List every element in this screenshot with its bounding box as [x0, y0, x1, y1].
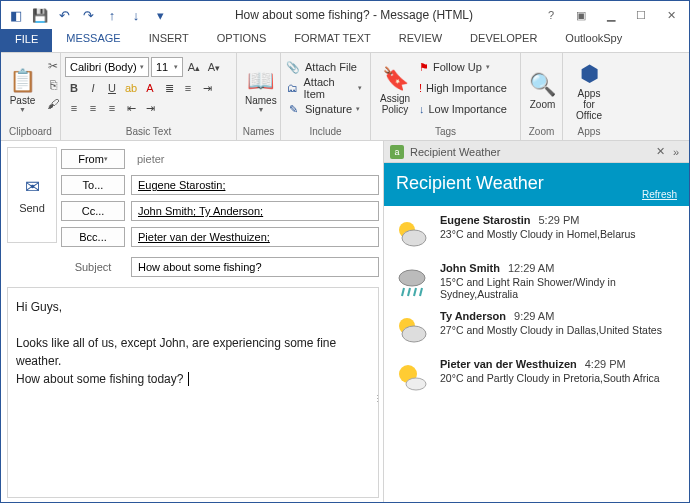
svg-point-10 — [406, 378, 426, 390]
send-button[interactable]: ✉ Send — [7, 147, 57, 243]
to-field[interactable]: Eugene Starostin; — [131, 175, 379, 195]
follow-up-button[interactable]: ⚑Follow Up▾ — [419, 57, 511, 77]
next-icon[interactable]: ↓ — [125, 4, 147, 26]
subject-label: Subject — [61, 261, 125, 273]
close-icon[interactable]: ✕ — [657, 4, 685, 26]
copy-icon[interactable]: ⎘ — [44, 76, 62, 94]
bold-icon[interactable]: B — [65, 79, 83, 97]
refresh-link[interactable]: Refresh — [642, 189, 677, 200]
maximize-icon[interactable]: ☐ — [627, 4, 655, 26]
rain-icon — [394, 264, 430, 300]
bcc-field[interactable]: Pieter van der Westhuizen; — [131, 227, 379, 247]
tab-insert[interactable]: INSERT — [135, 29, 203, 52]
window-title: How about some fishing? - Message (HTML) — [171, 8, 537, 22]
paste-label: Paste — [10, 95, 36, 106]
app-icon[interactable]: ◧ — [5, 4, 27, 26]
bcc-button[interactable]: Bcc... — [61, 227, 125, 247]
numbering-icon[interactable]: ≡ — [179, 79, 197, 97]
signature-button[interactable]: ✎Signature▾ — [285, 99, 366, 119]
tab-file[interactable]: FILE — [1, 29, 52, 52]
align-right-icon[interactable]: ≡ — [103, 99, 121, 117]
body-line: Looks like all of us, except John, are e… — [16, 334, 370, 370]
tab-options[interactable]: OPTIONS — [203, 29, 281, 52]
tab-format-text[interactable]: FORMAT TEXT — [280, 29, 384, 52]
redo-icon[interactable]: ↷ — [77, 4, 99, 26]
names-group-label: Names — [241, 125, 276, 138]
indent-icon[interactable]: ⇥ — [198, 79, 216, 97]
compose-area: ✉ Send From ▾ pieter To... Eugene Staros… — [1, 141, 383, 502]
svg-point-1 — [402, 230, 426, 246]
align-left-icon[interactable]: ≡ — [65, 99, 83, 117]
align-center-icon[interactable]: ≡ — [84, 99, 102, 117]
minimize-icon[interactable]: ▁ — [597, 4, 625, 26]
body-line: Hi Guys, — [16, 298, 370, 316]
message-body[interactable]: Hi Guys, Looks like all of us, except Jo… — [7, 287, 379, 498]
font-family-select[interactable]: Calibri (Body)▾ — [65, 57, 149, 77]
low-importance-button[interactable]: ↓Low Importance — [419, 99, 511, 119]
italic-icon[interactable]: I — [84, 79, 102, 97]
from-button[interactable]: From ▾ — [61, 149, 125, 169]
chevron-down-icon: ▼ — [19, 106, 26, 113]
apps-group-label: Apps — [567, 125, 611, 138]
high-importance-button[interactable]: !High Importance — [419, 78, 511, 98]
cc-button[interactable]: Cc... — [61, 201, 125, 221]
apps-for-office-button[interactable]: ⬢ Apps for Office — [567, 55, 611, 125]
panel-menu-icon[interactable]: » — [669, 146, 683, 158]
basic-text-group-label: Basic Text — [65, 125, 232, 138]
subject-field[interactable]: How about some fishing? — [131, 257, 379, 277]
bullets-icon[interactable]: ≣ — [160, 79, 178, 97]
highlight-icon[interactable]: ab — [122, 79, 140, 97]
send-icon: ✉ — [25, 176, 40, 198]
flag-icon: ⚑ — [419, 61, 429, 74]
paste-button[interactable]: 📋 Paste ▼ — [5, 55, 40, 125]
panel-title: Recipient Weather — [410, 146, 652, 158]
grow-font-icon[interactable]: A▴ — [185, 58, 203, 76]
attach-item-button[interactable]: 🗂Attach Item▾ — [285, 78, 366, 98]
names-button[interactable]: 📖 Names ▼ — [241, 55, 281, 125]
tab-developer[interactable]: DEVELOPER — [456, 29, 551, 52]
cut-icon[interactable]: ✂ — [44, 57, 62, 75]
attach-file-button[interactable]: 📎Attach File — [285, 57, 366, 77]
weather-item: John Smith12:29 AM15°C and Light Rain Sh… — [394, 262, 679, 300]
ribbon-toggle-icon[interactable]: ▣ — [567, 4, 595, 26]
font-size-select[interactable]: 11▾ — [151, 57, 183, 77]
partly-cloudy-icon — [394, 360, 430, 396]
underline-icon[interactable]: U — [103, 79, 121, 97]
paperclip-icon: 📎 — [285, 61, 301, 74]
undo-icon[interactable]: ↶ — [53, 4, 75, 26]
high-importance-icon: ! — [419, 82, 422, 94]
assign-policy-button[interactable]: 🔖 Assign Policy — [375, 55, 415, 125]
zoom-button[interactable]: 🔍 Zoom — [525, 55, 560, 125]
tab-outlookspy[interactable]: OutlookSpy — [551, 29, 636, 52]
panel-close-icon[interactable]: ✕ — [652, 145, 669, 158]
indent2-icon[interactable]: ⇥ — [141, 99, 159, 117]
clipboard-group-label: Clipboard — [5, 125, 56, 138]
shrink-font-icon[interactable]: A▾ — [205, 58, 223, 76]
include-group-label: Include — [285, 125, 366, 138]
format-painter-icon[interactable]: 🖌 — [44, 95, 62, 113]
cc-field[interactable]: John Smith; Ty Anderson; — [131, 201, 379, 221]
tab-review[interactable]: REVIEW — [385, 29, 456, 52]
to-button[interactable]: To... — [61, 175, 125, 195]
outdent-icon[interactable]: ⇤ — [122, 99, 140, 117]
policy-icon: 🔖 — [382, 65, 409, 93]
qat-customize-icon[interactable]: ▾ — [149, 4, 171, 26]
chevron-down-icon: ▼ — [257, 106, 264, 113]
tab-message[interactable]: MESSAGE — [52, 29, 134, 52]
weather-item: Eugene Starostin5:29 PM23°C and Mostly C… — [394, 214, 679, 252]
resize-grip-icon[interactable]: ⋮ — [373, 393, 382, 407]
apps-icon: ⬢ — [580, 60, 599, 88]
svg-line-3 — [402, 288, 404, 296]
signature-icon: ✎ — [285, 103, 301, 116]
zoom-group-label: Zoom — [525, 125, 558, 138]
address-book-icon: 📖 — [247, 67, 274, 95]
svg-point-8 — [402, 326, 426, 342]
low-importance-icon: ↓ — [419, 103, 425, 115]
prev-icon[interactable]: ↑ — [101, 4, 123, 26]
help-icon[interactable]: ? — [537, 4, 565, 26]
save-icon[interactable]: 💾 — [29, 4, 51, 26]
font-color-icon[interactable]: A — [141, 79, 159, 97]
zoom-icon: 🔍 — [529, 71, 556, 99]
svg-line-4 — [408, 288, 410, 296]
quick-access-toolbar: ◧ 💾 ↶ ↷ ↑ ↓ ▾ — [5, 4, 171, 26]
